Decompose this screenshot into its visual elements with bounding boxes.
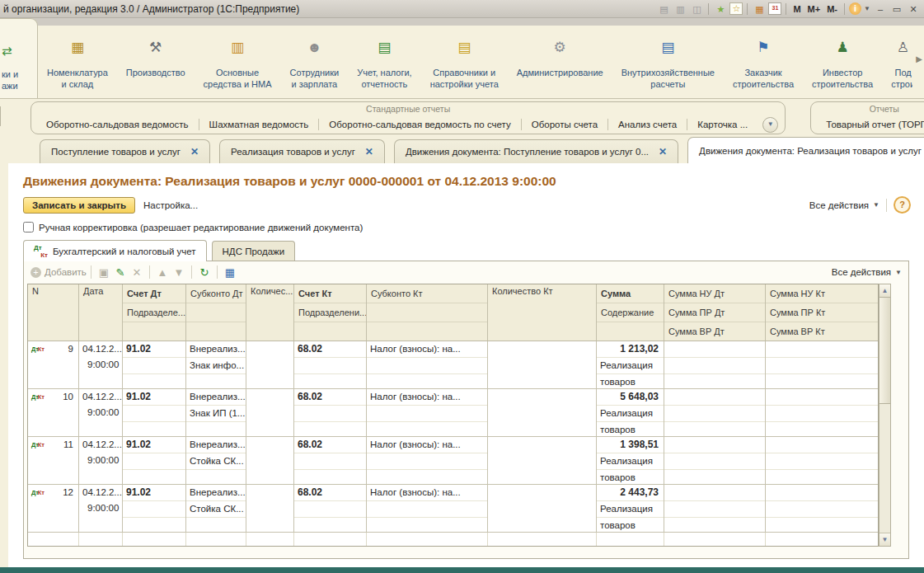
divider xyxy=(844,3,845,15)
favorites-go-icon[interactable]: ★ xyxy=(713,2,728,16)
ribbon-section-zakazchik-stroitelstva[interactable]: ⚑Заказчикстроительства xyxy=(724,26,803,98)
subconto-dt-2: Знак инфо... xyxy=(186,358,246,374)
report-item[interactable]: Товарный отчет (ТОРГ-29) xyxy=(816,120,924,129)
move-down-icon: ▼ xyxy=(171,266,187,279)
column-header-amount_nu_dt[interactable]: Сумма НУ ДтСумма ПР ДтСумма ВР Дт xyxy=(664,284,766,341)
save-icon[interactable]: ▤ xyxy=(656,2,671,16)
print-icon[interactable]: ▥ xyxy=(673,2,687,16)
close-icon[interactable]: ✕ xyxy=(365,146,373,157)
table-row-11[interactable]: ДтКт1104.12.2...9:00:0091.02Внереализ...… xyxy=(28,437,878,485)
ribbon-section-uchet-nalogi-otchetnost[interactable]: ▤Учет, налоги,отчетность xyxy=(348,26,420,98)
column-header-amount[interactable]: СуммаСодержание xyxy=(597,284,664,341)
ribbon-section-proizvodstvo[interactable]: ⚒Производство xyxy=(117,26,195,98)
memory-mminus-button[interactable]: M- xyxy=(824,2,840,16)
close-button[interactable]: ✕ xyxy=(906,2,921,16)
column-header-n[interactable]: N xyxy=(28,284,79,341)
empty-line xyxy=(766,374,878,388)
add-favorite-icon[interactable]: ☆ xyxy=(729,2,743,15)
scroll-up-icon[interactable]: ▲ xyxy=(879,284,890,298)
report-group-dropdown-button[interactable]: ▼ xyxy=(762,117,778,133)
column-header-qty_dt[interactable]: Количес... xyxy=(246,284,294,341)
report-item[interactable]: Оборотно-сальдовая ведомость xyxy=(36,120,199,129)
table-row-10[interactable]: ДтКт1004.12.2...9:00:0091.02Внереализ...… xyxy=(28,389,878,437)
chevron-down-icon: ▼ xyxy=(873,201,879,209)
edit-pencil-icon[interactable]: ✎ xyxy=(112,266,129,279)
content-line-1: Реализация xyxy=(597,501,664,518)
save-and-close-button[interactable]: Записать и закрыть xyxy=(23,197,135,214)
report-group-title: Отчеты xyxy=(816,102,924,115)
tab-nds-sales[interactable]: НДС Продажи xyxy=(212,241,296,261)
scroll-down-icon[interactable]: ▼ xyxy=(879,533,890,546)
column-header-amount_nu_kt[interactable]: Сумма НУ КтСумма ПР КтСумма ВР Кт xyxy=(766,284,878,341)
column-header-date[interactable]: Дата xyxy=(79,284,123,341)
ribbon-scroll-right-icon[interactable]: ▶ xyxy=(916,54,922,63)
ribbon-section-pokupki-prodazhi[interactable]: ⇄ ки и ажи xyxy=(0,18,38,98)
empty-line xyxy=(766,453,878,470)
print-preview-icon[interactable]: ◫ xyxy=(689,2,704,16)
table-all-actions-button[interactable]: Все действия ▼ xyxy=(832,267,902,277)
ribbon-section-investor-stroitelstva[interactable]: ♟Инвесторстроительства xyxy=(803,26,882,98)
ribbon-section-spravochniki-nastroyki[interactable]: ▤Справочники инастройки учета xyxy=(421,26,508,98)
report-item[interactable]: Карточка ... xyxy=(687,120,757,129)
table-row-9[interactable]: ДтКт904.12.2...9:00:0091.02Внереализ...З… xyxy=(28,341,878,389)
column-header-subconto_dt[interactable]: Субконто Дт xyxy=(186,284,246,341)
calendar-icon[interactable]: 31 xyxy=(768,2,781,15)
column-header-qty_kt[interactable]: Количество Кт xyxy=(488,284,597,341)
pokupki-prodazhi-icon: ⇄ xyxy=(0,44,12,59)
chevron-down-icon[interactable]: ▼ xyxy=(863,2,871,16)
document-tab-2[interactable]: Движения документа: Поступление товаров … xyxy=(394,139,678,163)
ribbon-section-label: Подстрои xyxy=(891,67,912,90)
report-item[interactable]: Обороты счета xyxy=(522,120,607,129)
header-line: Количество Кт xyxy=(488,284,596,341)
table-row-12[interactable]: ДтКт1204.12.2...9:00:0091.02Внереализ...… xyxy=(28,485,878,533)
info-icon[interactable]: i xyxy=(849,2,861,15)
all-actions-label: Все действия xyxy=(809,200,869,210)
ribbon-section-osnovnye-sredstva-nma[interactable]: ▥Основныесредства и НМА xyxy=(195,26,281,98)
minimize-button[interactable]: – xyxy=(873,2,888,16)
document-tab-3[interactable]: Движения документа: Реализация товаров и… xyxy=(687,137,924,163)
cell-account-kt: 68.02 xyxy=(294,437,367,484)
close-icon[interactable]: ✕ xyxy=(190,146,199,157)
cell-subconto-kt: Налог (взносы): на... xyxy=(367,437,488,484)
report-item[interactable]: Шахматная ведомость xyxy=(199,120,319,129)
settings-link[interactable]: Настройка... xyxy=(143,200,198,210)
subconto-kt-1: Налог (взносы): на... xyxy=(367,341,487,358)
column-header-account_kt[interactable]: Счет КтПодразделени... xyxy=(294,284,367,341)
report-item[interactable]: Анализ счета xyxy=(608,120,687,129)
header-line: Дата xyxy=(79,284,122,341)
all-actions-button[interactable]: Все действия ▼ xyxy=(809,200,879,210)
column-header-account_dt[interactable]: Счет ДтПодразделе... xyxy=(123,284,186,341)
add-button[interactable]: + Добавить xyxy=(30,267,87,278)
memory-mplus-button[interactable]: M+ xyxy=(805,2,823,16)
close-icon[interactable]: ✕ xyxy=(659,146,667,157)
scrollbar-thumb[interactable] xyxy=(879,297,890,404)
report-item[interactable]: Оборотно-сальдовая ведомость по счету xyxy=(319,120,520,129)
column-header-subconto_kt[interactable]: Субконто Кт xyxy=(367,284,488,341)
ribbon-section-sotrudniki-zarplata[interactable]: ☻Сотрудникии зарплата xyxy=(281,26,349,98)
ribbon-section-podryadchik-stroitelstva[interactable]: ♙Подстрои xyxy=(882,26,912,98)
open-form-icon[interactable]: ▦ xyxy=(222,266,238,279)
cell-n-line: ДтКт10 xyxy=(28,389,78,405)
zakazchik-stroitelstva-icon: ⚑ xyxy=(757,37,769,60)
help-button[interactable]: ? xyxy=(894,196,911,214)
ribbon-section-vnutrihozyaystvennye-raschety[interactable]: ▤Внутрихозяйственныерасчеты xyxy=(612,26,724,98)
cell-n-line: ДтКт9 xyxy=(28,341,78,357)
header-line: Сумма НУ Дт xyxy=(664,284,765,303)
manual-correction-checkbox[interactable] xyxy=(23,222,34,232)
document-tab-1[interactable]: Реализация товаров и услуг✕ xyxy=(219,139,385,163)
ribbon-section-administrirovanie[interactable]: ⚙Администрирование xyxy=(508,26,612,98)
calculator-icon[interactable]: ▦ xyxy=(752,2,767,16)
refresh-icon[interactable]: ↻ xyxy=(196,266,213,279)
cell-subconto-kt: Налог (взносы): на... xyxy=(367,389,488,436)
titlebar-icons: ▤ ▥ ◫ ★ ☆ ▦ 31 M M+ M- i ▼ – ▭ ✕ xyxy=(656,2,924,16)
panel-scroll-left-nub[interactable] xyxy=(0,106,1,126)
ribbon-section-label-line: Справочники и xyxy=(430,67,499,78)
memory-m-button[interactable]: M xyxy=(790,2,803,16)
cell-n-line: ДтКт12 xyxy=(28,485,78,500)
empty-line xyxy=(664,453,765,470)
ribbon-section-nomenklatura-sklad[interactable]: ▦Номенклатураи склад xyxy=(38,26,117,98)
maximize-button[interactable]: ▭ xyxy=(889,2,904,16)
document-tab-0[interactable]: Поступление товаров и услуг✕ xyxy=(40,139,210,163)
tab-accounting[interactable]: Дт Кт Бухгалтерский и налоговый учет xyxy=(23,240,207,261)
table-scrollbar[interactable]: ▲ ▼ xyxy=(879,284,891,547)
